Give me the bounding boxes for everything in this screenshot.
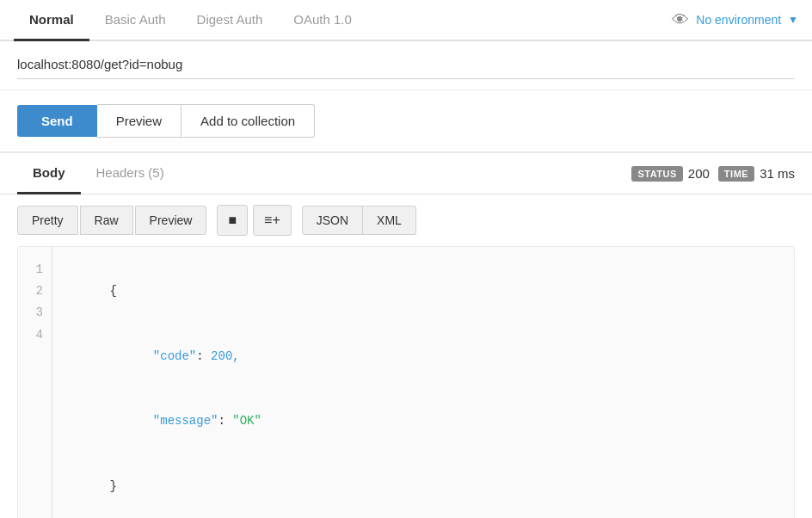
- sep-2: :: [196, 349, 211, 363]
- environment-label[interactable]: No environment: [696, 13, 781, 27]
- add-to-collection-button[interactable]: Add to collection: [181, 104, 315, 138]
- status-badges: STATUS 200 TIME 31 ms: [631, 166, 795, 182]
- action-bar: Send Preview Add to collection: [0, 90, 812, 153]
- close-brace: }: [109, 479, 116, 493]
- line-num-3: 3: [30, 302, 43, 324]
- environment-caret-icon[interactable]: ▼: [788, 14, 798, 26]
- line-num-1: 1: [30, 259, 43, 281]
- type-group: JSON XML: [302, 206, 416, 235]
- code-line-4: }: [66, 454, 261, 518]
- indent-3: [109, 414, 152, 428]
- time-value: 31 ms: [760, 166, 795, 181]
- code-content: { "code": 200, "message": "OK" }: [52, 247, 275, 518]
- sep-3: :: [218, 414, 232, 428]
- code-section: 1 2 3 4 { "code": 200, "message": "OK" }: [17, 246, 795, 518]
- indent-2: [109, 349, 152, 363]
- preview-button[interactable]: Preview: [97, 104, 181, 138]
- fullscreen-button[interactable]: ■: [217, 205, 248, 236]
- url-input[interactable]: [17, 57, 795, 71]
- tab-basic-auth[interactable]: Basic Auth: [89, 0, 181, 41]
- wrap-icon: ≡+: [264, 213, 280, 227]
- url-input-wrapper: [17, 57, 795, 79]
- line-num-2: 2: [30, 281, 43, 302]
- code-line-2: "code": 200,: [66, 324, 261, 390]
- line-numbers: 1 2 3 4: [18, 247, 52, 518]
- format-preview-button[interactable]: Preview: [135, 206, 207, 235]
- code-line-3: "message": "OK": [66, 389, 261, 454]
- tab-digest-auth[interactable]: Digest Auth: [181, 0, 279, 41]
- status-badge: STATUS 200: [631, 166, 709, 182]
- xml-button[interactable]: XML: [363, 206, 416, 235]
- line-num-4: 4: [30, 324, 43, 346]
- value-message: "OK": [232, 414, 261, 428]
- status-value: 200: [688, 166, 710, 181]
- json-button[interactable]: JSON: [302, 206, 363, 235]
- tab-normal[interactable]: Normal: [14, 0, 89, 41]
- response-tabs: Body Headers (5) STATUS 200 TIME 31 ms: [0, 153, 812, 194]
- time-badge: TIME 31 ms: [718, 166, 795, 182]
- raw-button[interactable]: Raw: [80, 206, 133, 235]
- pretty-button[interactable]: Pretty: [17, 206, 78, 235]
- fullscreen-icon: ■: [228, 213, 237, 227]
- tab-oauth[interactable]: OAuth 1.0: [278, 0, 367, 41]
- key-code: "code": [153, 349, 196, 363]
- url-section: [0, 41, 812, 90]
- format-bar: Pretty Raw Preview ■ ≡+ JSON XML: [0, 194, 812, 246]
- open-brace: {: [109, 284, 116, 298]
- tab-bar: Normal Basic Auth Digest Auth OAuth 1.0 …: [0, 0, 812, 41]
- code-line-1: {: [66, 259, 261, 324]
- send-button[interactable]: Send: [17, 105, 97, 137]
- tab-headers[interactable]: Headers (5): [81, 153, 180, 194]
- key-message: "message": [153, 414, 218, 428]
- wrap-button[interactable]: ≡+: [253, 205, 292, 236]
- value-code: 200,: [211, 349, 240, 363]
- status-label: STATUS: [631, 166, 682, 182]
- tab-body[interactable]: Body: [17, 153, 81, 194]
- environment-area: 👁 No environment ▼: [672, 10, 798, 30]
- eye-icon: 👁: [672, 10, 689, 30]
- time-label: TIME: [718, 166, 754, 182]
